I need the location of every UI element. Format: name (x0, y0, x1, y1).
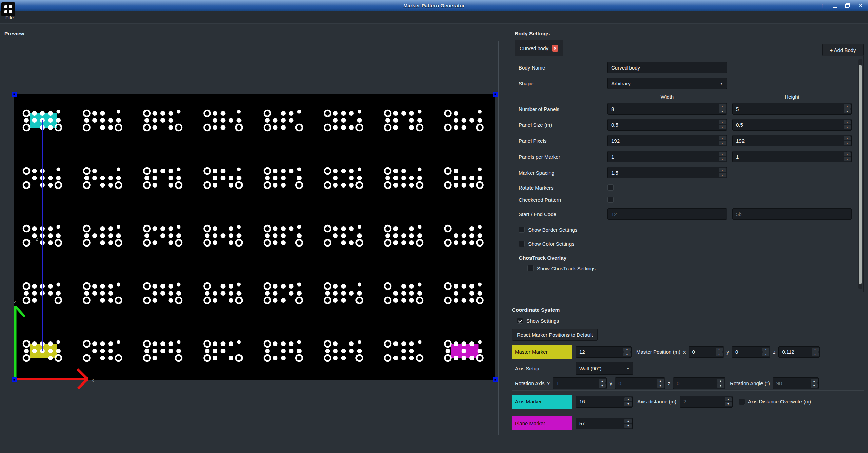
spin-up-button[interactable]: ▲ (844, 104, 851, 109)
start-code-input[interactable]: 12 (607, 208, 727, 220)
marker-dot (349, 183, 354, 188)
spin-down-button[interactable]: ▼ (599, 383, 606, 388)
panels-per-marker-width-stepper[interactable]: 1▲▼ (607, 151, 727, 162)
marker-dot (100, 125, 105, 130)
marker-dot (333, 349, 338, 353)
spin-up-button[interactable]: ▲ (719, 152, 726, 156)
marker-dot (478, 283, 482, 287)
rotation-z-stepper[interactable]: 0▲▼ (673, 377, 725, 389)
spin-up-button[interactable]: ▲ (657, 379, 664, 383)
marker-dot (108, 356, 113, 360)
spin-down-button[interactable]: ▼ (623, 352, 631, 356)
marker-dot (160, 233, 165, 238)
spin-up-button[interactable]: ▲ (844, 152, 851, 156)
spin-up-button[interactable]: ▲ (844, 136, 851, 140)
add-body-button[interactable]: + Add Body (822, 44, 864, 56)
axis-distance-overwrite-checkbox[interactable] (739, 399, 745, 405)
reset-marker-positions-button[interactable]: Reset Marker Positions to Default (512, 329, 598, 341)
spin-down-button[interactable]: ▼ (624, 424, 632, 428)
body-name-input[interactable]: Curved body (607, 62, 727, 73)
spin-up-button[interactable]: ▲ (623, 348, 631, 352)
spin-up-button[interactable]: ▲ (719, 104, 726, 109)
master-x-stepper[interactable]: 0▲▼ (689, 346, 724, 358)
spin-up-button[interactable]: ▲ (812, 348, 819, 352)
rotation-y-stepper[interactable]: 0▲▼ (615, 377, 665, 389)
spin-down-button[interactable]: ▼ (844, 141, 851, 145)
panels-width-stepper[interactable]: 8▲▼ (607, 103, 727, 115)
marker-dot (462, 125, 466, 130)
spin-up-button[interactable]: ▲ (624, 397, 632, 401)
rotate-markers-checkbox[interactable] (607, 184, 614, 191)
spin-down-button[interactable]: ▼ (762, 352, 769, 356)
spin-up-button[interactable]: ▲ (725, 397, 732, 401)
spin-down-button[interactable]: ▼ (719, 141, 726, 145)
rotation-x-stepper[interactable]: 1▲▼ (553, 377, 607, 389)
minimize-icon (833, 7, 837, 8)
spin-down-button[interactable]: ▼ (717, 383, 724, 388)
panels-per-marker-height-stepper[interactable]: 1▲▼ (732, 151, 852, 162)
start-end-code-label: Start / End Code (519, 211, 607, 217)
settings-scrollbar[interactable] (858, 59, 862, 289)
close-button[interactable]: × (856, 2, 865, 10)
spin-up-button[interactable]: ▲ (811, 379, 818, 383)
spin-up-button[interactable]: ▲ (716, 348, 723, 352)
shape-dropdown[interactable]: Arbitrary ▼ (607, 78, 727, 89)
panel-pixels-width-stepper[interactable]: 192▲▼ (607, 135, 727, 146)
spin-up-button[interactable]: ▲ (717, 379, 724, 383)
show-ghostrack-settings-checkbox[interactable] (527, 265, 534, 271)
marker-dot (385, 233, 390, 238)
spin-up-button[interactable]: ▲ (624, 419, 632, 423)
spin-up-button[interactable]: ▲ (719, 136, 726, 140)
marker-dot (213, 349, 217, 353)
spin-down-button[interactable]: ▼ (844, 125, 851, 129)
rotation-angle-stepper[interactable]: 90▲▼ (773, 377, 819, 389)
minimize-button[interactable] (831, 2, 839, 10)
spin-down-button[interactable]: ▼ (624, 402, 632, 406)
spin-up-button[interactable]: ▲ (844, 120, 851, 124)
marker-dot (469, 291, 474, 296)
spin-down-button[interactable]: ▼ (725, 402, 732, 406)
show-color-settings-checkbox[interactable] (519, 241, 525, 247)
master-marker-id-stepper[interactable]: 12▲▼ (576, 346, 632, 358)
scrollbar-thumb[interactable] (859, 65, 862, 284)
marker-dot (469, 240, 474, 245)
spin-down-button[interactable]: ▼ (719, 157, 726, 161)
spin-down-button[interactable]: ▼ (719, 109, 726, 113)
spin-up-button[interactable]: ▲ (719, 168, 726, 172)
axis-marker-id-stepper[interactable]: 16▲▼ (576, 396, 633, 408)
axis-setup-dropdown[interactable]: Wall (90°) ▼ (576, 362, 633, 375)
axis-distance-stepper[interactable]: 2▲▼ (680, 396, 733, 408)
end-code-input[interactable]: 5b (732, 208, 852, 220)
panel-size-height-stepper[interactable]: 0.5▲▼ (732, 119, 852, 131)
marker-dot (409, 240, 414, 245)
preview-canvas[interactable]: 2 z x (14, 94, 495, 380)
spin-down-button[interactable]: ▼ (719, 173, 726, 177)
panel-pixels-height-stepper[interactable]: 192▲▼ (732, 135, 852, 146)
tab-curved-body[interactable]: Curved body × (515, 40, 563, 56)
plane-marker-id-stepper[interactable]: 57▲▼ (576, 418, 633, 429)
master-y-stepper[interactable]: 0▲▼ (732, 346, 770, 358)
marker-spacing-stepper[interactable]: 1.5▲▼ (607, 167, 727, 178)
panel-size-width-stepper[interactable]: 0.5▲▼ (607, 119, 727, 131)
spin-down-button[interactable]: ▼ (844, 109, 851, 113)
shade-button[interactable]: ↑ (818, 2, 826, 10)
spin-up-button[interactable]: ▲ (599, 379, 606, 383)
spin-up-button[interactable]: ▲ (762, 348, 769, 352)
maximize-button[interactable] (844, 2, 852, 10)
master-z-stepper[interactable]: 0.112▲▼ (778, 346, 820, 358)
tab-close-icon[interactable]: × (552, 45, 558, 52)
spin-down-button[interactable]: ▼ (719, 125, 726, 129)
marker-dot (153, 284, 157, 289)
spin-down-button[interactable]: ▼ (812, 352, 819, 356)
checkered-pattern-checkbox[interactable] (607, 197, 614, 203)
spin-up-button[interactable]: ▲ (719, 120, 726, 124)
spin-down-button[interactable]: ▼ (716, 352, 723, 356)
show-settings-checkbox[interactable] (517, 318, 523, 324)
marker-dot (401, 233, 406, 238)
show-border-settings-checkbox[interactable] (519, 226, 525, 233)
spin-down-button[interactable]: ▼ (657, 383, 664, 388)
spin-down-button[interactable]: ▼ (811, 383, 818, 388)
spin-down-button[interactable]: ▼ (844, 157, 851, 161)
titlebar[interactable]: Marker Pattern Generator ↑ × (0, 0, 868, 11)
panels-height-stepper[interactable]: 5▲▼ (732, 103, 852, 115)
